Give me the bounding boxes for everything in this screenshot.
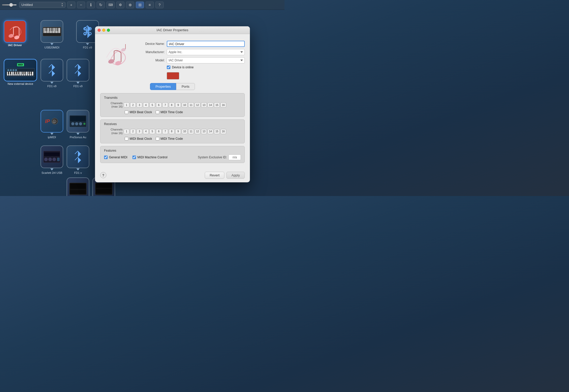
device-iac-driver-label: IAC Driver xyxy=(8,44,22,47)
device-ipmidi[interactable]: IP ipMIDI xyxy=(41,110,63,139)
transmits-ch-11[interactable]: 11 xyxy=(188,102,194,108)
device-name-input[interactable] xyxy=(167,41,245,47)
device-x4mini[interactable]: X4mini xyxy=(67,177,89,196)
document-selector[interactable]: Untitled ▲ ▼ xyxy=(19,2,66,8)
svg-rect-34 xyxy=(19,72,21,76)
transmits-ch-4[interactable]: 4 xyxy=(143,102,149,108)
transmits-ch-12[interactable]: 12 xyxy=(195,102,200,108)
device-scarlett[interactable]: Scarlett 2i4 USB xyxy=(41,145,63,174)
device-new-external[interactable]: MIDI xyxy=(4,59,37,85)
apply-button[interactable]: Apply xyxy=(226,172,245,179)
transmits-ch-6[interactable]: 6 xyxy=(156,102,162,108)
general-midi-checkbox[interactable] xyxy=(104,156,108,159)
device-iac-driver[interactable]: IAC Driver xyxy=(4,20,26,47)
device-icon-area xyxy=(100,38,134,72)
minimize-button[interactable] xyxy=(102,29,105,32)
manufacturer-select[interactable]: Apple Inc. xyxy=(167,49,245,55)
svg-line-53 xyxy=(75,70,78,74)
svg-line-50 xyxy=(49,64,52,67)
device-fd1v9-last[interactable]: FD1 v xyxy=(67,145,89,174)
transmits-ch-16[interactable]: 16 xyxy=(220,102,226,108)
device-online-checkbox[interactable] xyxy=(167,66,170,69)
svg-rect-63 xyxy=(44,152,60,156)
list-button[interactable]: ≡ xyxy=(146,2,154,8)
receives-ch-6[interactable]: 6 xyxy=(156,129,162,134)
receives-ch-14[interactable]: 14 xyxy=(208,129,213,134)
receives-ch-1[interactable]: 1 xyxy=(124,129,129,134)
transmits-ch-15[interactable]: 15 xyxy=(214,102,220,108)
refresh-button[interactable]: ↻ xyxy=(97,2,105,8)
svg-rect-49 xyxy=(31,72,32,74)
transmits-ch-1[interactable]: 1 xyxy=(124,102,129,108)
device-fd1v9-2[interactable]: FD1 v9 xyxy=(41,59,63,88)
transmits-ch-8[interactable]: 8 xyxy=(169,102,175,108)
receives-ch-16[interactable]: 16 xyxy=(220,129,226,134)
midi-machine-control-checkbox[interactable] xyxy=(132,156,136,159)
svg-rect-71 xyxy=(70,184,86,189)
svg-point-24 xyxy=(7,69,9,71)
tab-ports[interactable]: Ports xyxy=(176,83,195,90)
midi-machine-control-item: MIDI Machine Control xyxy=(132,156,167,159)
receives-ch-15[interactable]: 15 xyxy=(214,129,220,134)
transmits-ch-5[interactable]: 5 xyxy=(149,102,155,108)
receives-ch-7[interactable]: 7 xyxy=(162,129,168,134)
receives-ch-5[interactable]: 5 xyxy=(149,129,155,134)
add-button[interactable]: + xyxy=(67,2,75,8)
receives-beat-clock-checkbox[interactable] xyxy=(125,137,128,141)
receives-ch-13[interactable]: 13 xyxy=(201,129,207,134)
receives-ch-11[interactable]: 11 xyxy=(188,129,194,134)
svg-rect-5 xyxy=(44,28,45,33)
transmits-ch-13[interactable]: 13 xyxy=(201,102,207,108)
maximize-button[interactable] xyxy=(107,29,110,32)
model-select[interactable]: IAC Driver xyxy=(167,57,245,63)
bluetooth-button[interactable]: ✲ xyxy=(116,2,124,8)
receives-ch-3[interactable]: 3 xyxy=(137,129,142,134)
transmits-ch-7[interactable]: 7 xyxy=(162,102,168,108)
info-button[interactable]: ℹ xyxy=(87,2,95,8)
network-button[interactable]: ⊕ xyxy=(126,2,134,8)
close-button[interactable] xyxy=(98,29,101,32)
remove-button[interactable]: − xyxy=(77,2,85,8)
color-swatch[interactable] xyxy=(167,72,179,79)
transmits-ch-3[interactable]: 3 xyxy=(137,102,142,108)
transmits-beat-clock-checkbox[interactable] xyxy=(125,110,128,114)
device-online-row: Device is online xyxy=(167,66,245,69)
receives-ch-12[interactable]: 12 xyxy=(195,129,200,134)
dialog-top-section: Device Name: Manufacturer: Apple Inc. Mo… xyxy=(100,38,245,79)
dialog-help-button[interactable]: ? xyxy=(100,172,106,178)
receives-ch-9[interactable]: 9 xyxy=(175,129,181,134)
receives-channel-buttons: 1 2 3 4 5 6 7 8 9 10 11 12 13 14 xyxy=(124,129,226,134)
transmits-ch-14[interactable]: 14 xyxy=(208,102,213,108)
general-midi-label: General MIDI xyxy=(109,156,127,159)
keyboard-button[interactable]: ⌨ xyxy=(106,2,115,8)
receives-ch-8[interactable]: 8 xyxy=(169,129,175,134)
transmits-time-code-checkbox[interactable] xyxy=(156,110,159,114)
receives-beat-clock-item: MIDI Beat Clock xyxy=(125,137,152,141)
svg-rect-20 xyxy=(52,28,53,31)
revert-button[interactable]: Revert xyxy=(205,172,224,179)
svg-point-26 xyxy=(12,69,14,71)
svg-rect-42 xyxy=(10,72,11,74)
transmits-ch-10[interactable]: 10 xyxy=(182,102,187,108)
svg-rect-72 xyxy=(70,190,86,194)
iac-driver-dialog: IAC Driver Properties xyxy=(95,26,250,182)
receives-ch-10[interactable]: 10 xyxy=(182,129,187,134)
svg-rect-8 xyxy=(48,28,49,33)
transmits-ch-9[interactable]: 9 xyxy=(175,102,181,108)
features-col2: MIDI Machine Control xyxy=(132,156,167,159)
device-usb20midi-label: USB20MIDI xyxy=(44,46,59,49)
screen-button[interactable]: ⊞ xyxy=(136,2,144,8)
receives-ch-2[interactable]: 2 xyxy=(130,129,136,134)
tab-properties[interactable]: Properties xyxy=(150,83,176,90)
receives-time-code-checkbox[interactable] xyxy=(156,137,159,141)
help-button[interactable]: ? xyxy=(155,2,164,8)
volume-slider[interactable] xyxy=(2,4,17,5)
sysex-input[interactable] xyxy=(228,154,241,160)
device-presonus[interactable]: PreSonus Au xyxy=(67,110,89,139)
device-fd1v9-3[interactable]: FD1 v9 xyxy=(67,59,89,88)
svg-rect-19 xyxy=(51,28,52,31)
svg-rect-67 xyxy=(57,158,60,161)
transmits-ch-2[interactable]: 2 xyxy=(130,102,136,108)
receives-ch-4[interactable]: 4 xyxy=(143,129,149,134)
device-usb20midi[interactable]: USB20MIDI xyxy=(41,20,63,49)
